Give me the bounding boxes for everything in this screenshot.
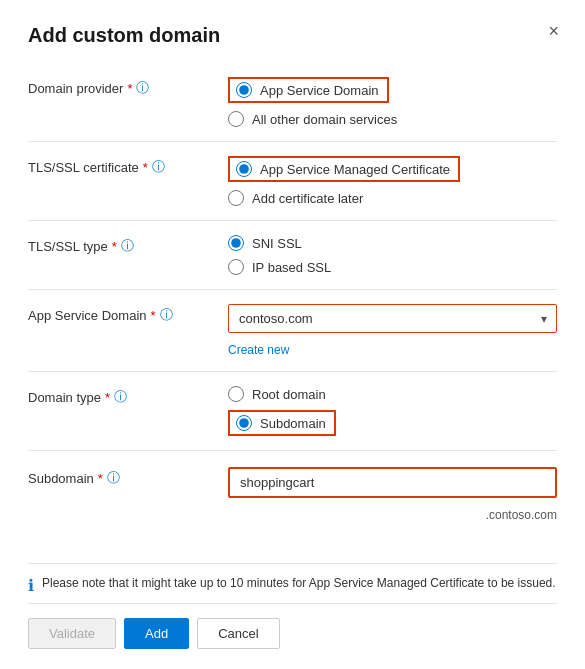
radio-root-domain-input[interactable] xyxy=(228,386,244,402)
info-note: ℹ Please note that it might take up to 1… xyxy=(28,563,557,603)
tls-type-info-icon[interactable]: ⓘ xyxy=(121,237,134,255)
radio-managed-cert-label: App Service Managed Certificate xyxy=(260,162,450,177)
radio-add-cert-later-label: Add certificate later xyxy=(252,191,363,206)
tls-cert-required: * xyxy=(143,160,148,175)
radio-app-service-domain-label: App Service Domain xyxy=(260,83,379,98)
divider-1 xyxy=(28,141,557,142)
radio-root-domain-label: Root domain xyxy=(252,387,326,402)
app-service-domain-info-icon[interactable]: ⓘ xyxy=(160,306,173,324)
domain-type-required: * xyxy=(105,390,110,405)
tls-type-label: TLS/SSL type xyxy=(28,239,108,254)
divider-3 xyxy=(28,289,557,290)
tls-type-controls: SNI SSL IP based SSL xyxy=(228,235,557,275)
tls-cert-label-col: TLS/SSL certificate * ⓘ xyxy=(28,156,228,176)
domain-type-label: Domain type xyxy=(28,390,101,405)
radio-highlight-managed-cert: App Service Managed Certificate xyxy=(228,156,460,182)
radio-app-service-domain[interactable]: App Service Domain xyxy=(228,77,557,103)
domain-type-label-col: Domain type * ⓘ xyxy=(28,386,228,406)
close-button[interactable]: × xyxy=(542,20,565,42)
app-service-domain-select[interactable]: contoso.com xyxy=(228,304,557,333)
app-service-domain-label: App Service Domain xyxy=(28,308,147,323)
domain-provider-required: * xyxy=(127,81,132,96)
domain-type-info-icon[interactable]: ⓘ xyxy=(114,388,127,406)
divider-4 xyxy=(28,371,557,372)
radio-highlight-app-service-domain: App Service Domain xyxy=(228,77,389,103)
radio-all-other-domain-input[interactable] xyxy=(228,111,244,127)
radio-add-cert-later-input[interactable] xyxy=(228,190,244,206)
radio-all-other-domain[interactable]: All other domain services xyxy=(228,111,557,127)
radio-ip-ssl[interactable]: IP based SSL xyxy=(228,259,557,275)
radio-add-cert-later[interactable]: Add certificate later xyxy=(228,190,557,206)
subdomain-info-icon[interactable]: ⓘ xyxy=(107,469,120,487)
domain-provider-row: Domain provider * ⓘ App Service Domain A… xyxy=(28,67,557,137)
app-service-domain-required: * xyxy=(151,308,156,323)
radio-subdomain-label: Subdomain xyxy=(260,416,326,431)
info-note-icon: ℹ xyxy=(28,576,34,595)
app-service-domain-label-col: App Service Domain * ⓘ xyxy=(28,304,228,324)
subdomain-input[interactable] xyxy=(228,467,557,498)
create-new-link[interactable]: Create new xyxy=(228,343,557,357)
radio-sni-ssl-label: SNI SSL xyxy=(252,236,302,251)
subdomain-row: Subdomain * ⓘ .contoso.com xyxy=(28,457,557,532)
radio-managed-cert[interactable]: App Service Managed Certificate xyxy=(228,156,557,182)
radio-all-other-domain-label: All other domain services xyxy=(252,112,397,127)
add-custom-domain-dialog: Add custom domain × Domain provider * ⓘ … xyxy=(0,0,585,669)
subdomain-suffix: .contoso.com xyxy=(228,508,557,522)
domain-provider-label-col: Domain provider * ⓘ xyxy=(28,77,228,97)
radio-ip-ssl-input[interactable] xyxy=(228,259,244,275)
radio-sni-ssl-input[interactable] xyxy=(228,235,244,251)
info-note-text: Please note that it might take up to 10 … xyxy=(42,576,556,590)
cancel-button[interactable]: Cancel xyxy=(197,618,279,649)
validate-button[interactable]: Validate xyxy=(28,618,116,649)
radio-highlight-subdomain: Subdomain xyxy=(228,410,336,436)
radio-app-service-domain-input[interactable] xyxy=(236,82,252,98)
radio-subdomain[interactable]: Subdomain xyxy=(228,410,557,436)
tls-type-label-col: TLS/SSL type * ⓘ xyxy=(28,235,228,255)
domain-provider-controls: App Service Domain All other domain serv… xyxy=(228,77,557,127)
radio-root-domain[interactable]: Root domain xyxy=(228,386,557,402)
tls-cert-row: TLS/SSL certificate * ⓘ App Service Mana… xyxy=(28,146,557,216)
footer-buttons: Validate Add Cancel xyxy=(28,603,557,649)
domain-type-controls: Root domain Subdomain xyxy=(228,386,557,436)
subdomain-controls: .contoso.com xyxy=(228,467,557,522)
tls-cert-controls: App Service Managed Certificate Add cert… xyxy=(228,156,557,206)
radio-managed-cert-input[interactable] xyxy=(236,161,252,177)
dialog-title: Add custom domain xyxy=(28,24,557,47)
subdomain-required: * xyxy=(98,471,103,486)
app-service-domain-controls: contoso.com ▾ Create new xyxy=(228,304,557,357)
subdomain-label-col: Subdomain * ⓘ xyxy=(28,467,228,487)
domain-provider-label: Domain provider xyxy=(28,81,123,96)
radio-ip-ssl-label: IP based SSL xyxy=(252,260,331,275)
add-button[interactable]: Add xyxy=(124,618,189,649)
app-service-domain-row: App Service Domain * ⓘ contoso.com ▾ Cre… xyxy=(28,294,557,367)
divider-5 xyxy=(28,450,557,451)
domain-provider-info-icon[interactable]: ⓘ xyxy=(136,79,149,97)
app-service-domain-select-wrapper: contoso.com ▾ xyxy=(228,304,557,333)
radio-sni-ssl[interactable]: SNI SSL xyxy=(228,235,557,251)
subdomain-label: Subdomain xyxy=(28,471,94,486)
tls-cert-info-icon[interactable]: ⓘ xyxy=(152,158,165,176)
divider-2 xyxy=(28,220,557,221)
form-section: Domain provider * ⓘ App Service Domain A… xyxy=(28,67,557,555)
tls-type-row: TLS/SSL type * ⓘ SNI SSL IP based SSL xyxy=(28,225,557,285)
domain-type-row: Domain type * ⓘ Root domain Subdomain xyxy=(28,376,557,446)
tls-cert-label: TLS/SSL certificate xyxy=(28,160,139,175)
tls-type-required: * xyxy=(112,239,117,254)
radio-subdomain-input[interactable] xyxy=(236,415,252,431)
